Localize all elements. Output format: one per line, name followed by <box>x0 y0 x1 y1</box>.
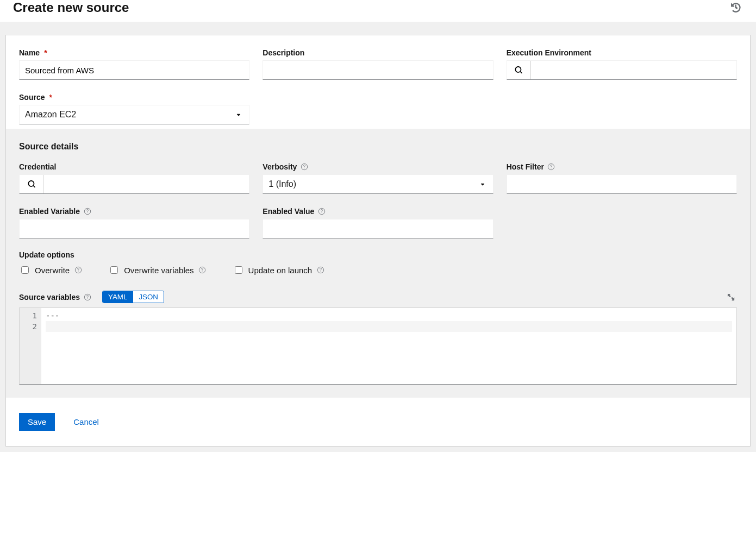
description-label: Description <box>263 48 493 57</box>
help-icon[interactable] <box>547 163 555 171</box>
overwrite-vars-checkbox-item[interactable]: Overwrite variables <box>108 265 206 275</box>
name-input[interactable] <box>19 60 249 80</box>
expand-icon <box>727 293 735 301</box>
svg-point-1 <box>304 168 304 168</box>
execution-environment-field: Execution Environment <box>507 48 737 80</box>
description-input[interactable] <box>263 60 493 80</box>
credential-label: Credential <box>19 162 249 171</box>
svg-point-13 <box>320 271 321 272</box>
caret-down-icon <box>236 112 241 117</box>
enabled-value-field: Enabled Value <box>263 207 493 238</box>
source-field: Source* Amazon EC2 <box>19 93 249 124</box>
source-select[interactable]: Amazon EC2 <box>19 105 249 124</box>
editor-gutter: 1 2 <box>20 308 41 384</box>
credential-lookup <box>19 174 249 194</box>
page-title: Create new source <box>13 0 129 15</box>
caret-down-icon <box>480 181 485 187</box>
line-number: 2 <box>20 321 37 332</box>
update-options-label: Update options <box>19 250 737 259</box>
page-header: Create new source <box>0 0 756 22</box>
source-label: Source* <box>19 93 249 102</box>
credential-input[interactable] <box>43 175 249 193</box>
host-filter-input[interactable] <box>507 174 737 194</box>
source-details-title: Source details <box>19 142 737 152</box>
source-details-section: Source details Credential <box>6 129 750 398</box>
verbosity-label: Verbosity <box>263 162 493 171</box>
code-line <box>46 321 732 332</box>
form-card: Name* Description Execution Environment <box>5 35 751 447</box>
content-area: Name* Description Execution Environment <box>0 22 756 452</box>
history-icon-button[interactable] <box>729 1 743 15</box>
svg-point-11 <box>202 271 203 272</box>
history-icon <box>731 3 741 12</box>
enabled-variable-field: Enabled Variable <box>19 207 249 238</box>
line-number: 1 <box>20 310 37 321</box>
enabled-value-label: Enabled Value <box>263 207 493 216</box>
help-icon[interactable] <box>317 208 326 216</box>
host-filter-field: Host Filter <box>507 162 737 194</box>
overwrite-checkbox[interactable] <box>21 266 29 274</box>
execution-environment-label: Execution Environment <box>507 48 737 57</box>
help-icon[interactable] <box>74 266 82 274</box>
format-toggle: YAML JSON <box>102 291 164 303</box>
yaml-toggle-button[interactable]: YAML <box>103 291 133 303</box>
enabled-value-input[interactable] <box>263 219 493 238</box>
help-icon[interactable] <box>316 266 324 274</box>
svg-point-15 <box>87 298 88 299</box>
name-field: Name* <box>19 48 249 80</box>
name-label: Name* <box>19 48 249 57</box>
help-icon[interactable] <box>198 266 207 274</box>
svg-point-5 <box>87 212 88 213</box>
code-line: --- <box>46 310 732 321</box>
verbosity-field: Verbosity 1 (Info) <box>263 162 493 194</box>
svg-point-9 <box>78 271 78 272</box>
verbosity-select[interactable]: 1 (Info) <box>263 174 493 194</box>
update-on-launch-checkbox-item[interactable]: Update on launch <box>233 265 325 275</box>
execution-environment-lookup <box>507 60 737 80</box>
overwrite-vars-checkbox[interactable] <box>110 266 118 274</box>
help-icon[interactable] <box>83 208 91 216</box>
overwrite-checkbox-label: Overwrite <box>35 266 70 275</box>
overwrite-checkbox-item[interactable]: Overwrite <box>19 265 82 275</box>
update-on-launch-checkbox[interactable] <box>235 266 242 274</box>
source-variables-label: Source variables <box>19 293 91 302</box>
host-filter-label: Host Filter <box>507 162 737 171</box>
svg-point-3 <box>551 168 552 168</box>
credential-field: Credential <box>19 162 249 194</box>
save-button[interactable]: Save <box>19 413 55 431</box>
execution-environment-input[interactable] <box>531 61 736 79</box>
source-variables-editor[interactable]: 1 2 --- <box>19 307 737 385</box>
required-indicator: * <box>49 93 52 102</box>
help-icon[interactable] <box>300 163 308 171</box>
cancel-button[interactable]: Cancel <box>70 417 102 427</box>
editor-content[interactable]: --- <box>41 308 736 384</box>
credential-search-button[interactable] <box>20 175 43 193</box>
overwrite-vars-checkbox-label: Overwrite variables <box>124 266 193 275</box>
enabled-variable-label: Enabled Variable <box>19 207 249 216</box>
search-icon <box>515 66 522 74</box>
verbosity-select-value: 1 (Info) <box>268 179 296 189</box>
svg-point-7 <box>321 212 322 213</box>
update-options-row: Overwrite Overwrite variables Update on … <box>19 265 737 275</box>
required-indicator: * <box>44 48 47 57</box>
source-select-value: Amazon EC2 <box>25 110 76 120</box>
primary-form-section: Name* Description Execution Environment <box>6 35 750 129</box>
json-toggle-button[interactable]: JSON <box>133 291 164 303</box>
source-variables-header: Source variables YAML JSON <box>19 291 737 303</box>
form-actions: Save Cancel <box>6 398 750 446</box>
enabled-variable-input[interactable] <box>19 219 249 238</box>
update-on-launch-checkbox-label: Update on launch <box>248 266 313 275</box>
execution-environment-search-button[interactable] <box>507 61 531 79</box>
search-icon <box>28 180 35 188</box>
expand-editor-button[interactable] <box>725 291 737 303</box>
help-icon[interactable] <box>83 293 91 301</box>
description-field: Description <box>263 48 493 80</box>
